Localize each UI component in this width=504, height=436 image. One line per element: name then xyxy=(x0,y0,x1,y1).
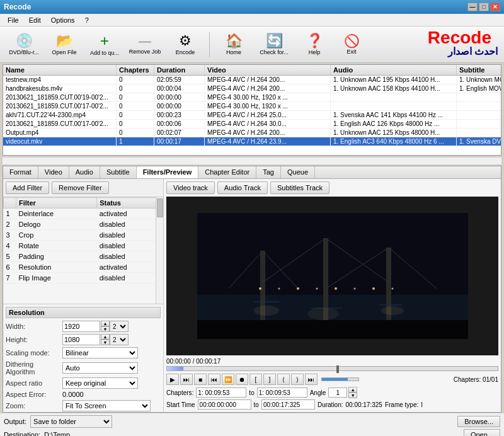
col-subtitle: Subtitle xyxy=(457,65,501,75)
volume-slider[interactable] xyxy=(321,377,359,381)
scaling-select[interactable]: BilinearBicubicLanczos xyxy=(62,347,138,359)
height-down-button[interactable]: ▼ xyxy=(101,340,110,345)
end-button[interactable]: ⏭ xyxy=(305,374,318,385)
remove-filter-button[interactable]: Remove Filter xyxy=(52,181,108,194)
file-row[interactable]: 20130621_181859.CUT.00'17-00'2... 0 00:0… xyxy=(3,102,501,111)
file-row[interactable]: akh/71.CUT.22'44-2300.mp4 0 00:00:23 MPE… xyxy=(3,111,501,120)
angle-down-button[interactable]: ▼ xyxy=(348,393,357,398)
width-step-select[interactable]: 24816 xyxy=(110,321,129,332)
width-up-button[interactable]: ▲ xyxy=(101,321,110,326)
file-row[interactable]: Output.mp4 0 00:02:07 MPEG-4 AVC / H.264… xyxy=(3,129,501,137)
toolbar-home-button[interactable]: 🏠 Home xyxy=(215,29,253,60)
out-point-button[interactable]: ] xyxy=(263,374,276,385)
file-video: MPEG-4 30.00 Hz, 1920 x ... xyxy=(205,93,331,101)
menu-file[interactable]: File xyxy=(3,15,24,25)
minimize-button[interactable]: — xyxy=(467,3,478,11)
tab-chapter-editor[interactable]: Chapter Editor xyxy=(198,166,256,178)
angle-label: Angle xyxy=(310,389,326,396)
tab-queue[interactable]: Queue xyxy=(281,166,315,178)
file-list-body: testnew.mp4 0 02:05:59 MPEG-4 AVC / H.26… xyxy=(3,76,501,151)
height-step-select[interactable]: 24816 xyxy=(110,334,129,345)
filter-row[interactable]: 3 Crop disabled xyxy=(4,230,163,241)
file-row[interactable]: 20130621_181859.CUT.00'17-00'2... 0 00:0… xyxy=(3,120,501,129)
tabs-row: Format Video Audio Subtitle Filters/Prev… xyxy=(3,166,501,179)
filter-row[interactable]: 5 Padding disabled xyxy=(4,251,163,262)
output-select[interactable]: Save to folder Same as source xyxy=(30,415,112,428)
dithering-select[interactable]: AutoNone xyxy=(62,362,138,374)
toolbar-open-button[interactable]: 📂 Open File xyxy=(45,29,83,60)
file-row-selected[interactable]: videocut.mkv 1 00:00:17 MPEG-4 AVC / H.2… xyxy=(3,137,501,146)
filter-row[interactable]: 2 Delogo disabled xyxy=(4,219,163,230)
browse-button[interactable]: Browse... xyxy=(457,416,500,427)
play-button[interactable]: ▶ xyxy=(166,374,179,385)
record-button[interactable]: ⏺ xyxy=(236,374,248,385)
filter-name: Resolution xyxy=(16,262,97,273)
tab-filters-preview[interactable]: Filters/Preview xyxy=(137,166,199,178)
menu-help[interactable]: ? xyxy=(80,15,94,25)
open-button[interactable]: Open... xyxy=(464,429,500,436)
zoom-select[interactable]: Fit To Screen100%150% xyxy=(62,400,151,411)
toolbar-encode-button[interactable]: ⚙ Encode xyxy=(166,29,204,60)
subtitles-track-button[interactable]: Subtitles Track xyxy=(270,181,329,194)
file-row[interactable]: testnew.mp4 0 02:05:59 MPEG-4 AVC / H.26… xyxy=(3,76,501,84)
filter-scrollbar[interactable] xyxy=(156,197,163,304)
close-button[interactable]: ✕ xyxy=(490,3,500,11)
chapter-to-input[interactable] xyxy=(257,387,307,398)
dithering-label: Dithering Algorithm xyxy=(6,360,62,376)
stop-button[interactable]: ■ xyxy=(194,374,207,385)
col-video: Video xyxy=(205,65,331,75)
height-input[interactable] xyxy=(62,334,100,345)
timeline-bar[interactable] xyxy=(166,366,498,371)
file-chapters: 0 xyxy=(117,93,154,101)
toolbar-remove-button[interactable]: — Remove Job xyxy=(126,29,164,60)
width-input[interactable] xyxy=(62,321,100,332)
file-audio: 1. Unknown AAC 125 Kbps 48000 H... xyxy=(331,129,457,137)
tab-format[interactable]: Format xyxy=(3,166,38,178)
toolbar-add-button[interactable]: + Add to qu... xyxy=(86,29,123,60)
filter-row[interactable]: 6 Resolution activated xyxy=(4,262,163,273)
tab-tag[interactable]: Tag xyxy=(256,166,281,178)
timeline-thumb xyxy=(336,365,339,373)
maximize-button[interactable]: □ xyxy=(479,3,489,11)
add-filter-button[interactable]: Add Filter xyxy=(6,181,49,194)
start-time-input[interactable] xyxy=(198,399,251,410)
tab-audio[interactable]: Audio xyxy=(69,166,100,178)
horizontal-scrollbar[interactable] xyxy=(3,157,501,164)
filter-row[interactable]: 4 Rotate disabled xyxy=(4,241,163,251)
toolbar-help-button[interactable]: ❓ Help xyxy=(295,29,333,60)
chapter-from-input[interactable] xyxy=(196,387,246,398)
in-point-button[interactable]: [ xyxy=(249,374,262,385)
video-track-button[interactable]: Video track xyxy=(166,181,215,194)
end-time-input[interactable] xyxy=(261,399,315,410)
file-row[interactable]: 20130621_181859.CUT.00'19-00'2... 0 00:0… xyxy=(3,93,501,102)
left-panel: Add Filter Remove Filter Filter Status xyxy=(3,179,164,412)
filter-row[interactable]: 1 Deinterlace activated xyxy=(4,209,163,219)
file-row[interactable]: handbrakesubs.m4v 0 00:00:04 MPEG-4 AVC … xyxy=(3,84,501,93)
width-down-button[interactable]: ▼ xyxy=(101,326,110,332)
toolbar-check-button[interactable]: 🔄 Check for... xyxy=(255,29,293,60)
height-up-button[interactable]: ▲ xyxy=(101,334,110,340)
tab-subtitle[interactable]: Subtitle xyxy=(100,166,137,178)
aspect-ratio-select[interactable]: Keep original16:94:3 xyxy=(62,377,138,389)
file-name: Output.mp4 xyxy=(3,129,117,137)
fast-forward-button[interactable]: ⏩ xyxy=(222,374,234,385)
angle-input[interactable] xyxy=(328,387,347,398)
angle-up-button[interactable]: ▲ xyxy=(348,387,357,393)
goto-out-button[interactable]: ⟩ xyxy=(291,374,304,385)
frame-type-label: Frame type: xyxy=(385,401,418,408)
toolbar-exit-button[interactable]: 🚫 Exit xyxy=(336,29,367,60)
toolbar-dvd-button[interactable]: 💿 DVD/Blu-r... xyxy=(5,29,43,60)
menu-options[interactable]: Options xyxy=(46,15,80,25)
svg-point-24 xyxy=(307,307,339,320)
menu-edit[interactable]: Edit xyxy=(24,15,46,25)
add-icon: + xyxy=(100,33,109,49)
goto-in-button[interactable]: ⟨ xyxy=(277,374,290,385)
filter-row[interactable]: 7 Flip Image disabled xyxy=(4,273,163,284)
file-duration: 00:00:04 xyxy=(154,84,205,93)
tab-video[interactable]: Video xyxy=(38,166,69,178)
next-frame-button[interactable]: ⏭ xyxy=(180,374,193,385)
prev-button[interactable]: ⏮ xyxy=(208,374,220,385)
height-label: Height: xyxy=(6,336,62,343)
audio-track-button[interactable]: Audio Track xyxy=(217,181,268,194)
duration-value: 00:00:17:325 xyxy=(346,401,382,408)
